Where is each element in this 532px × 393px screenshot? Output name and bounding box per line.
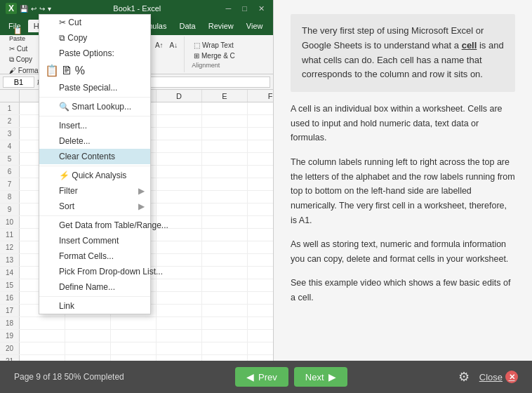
ctx-link[interactable]: Link xyxy=(39,298,150,314)
cell-21-0[interactable] xyxy=(20,355,65,361)
cell-1-4[interactable] xyxy=(202,102,248,114)
cell-1-3[interactable] xyxy=(157,102,202,114)
cell-10-5[interactable] xyxy=(248,216,273,228)
cell-16-4[interactable] xyxy=(202,292,248,304)
increase-font-btn[interactable]: A↑ xyxy=(153,41,166,50)
col-header-D[interactable]: D xyxy=(157,90,202,102)
cell-16-5[interactable] xyxy=(248,292,273,304)
cell-8-5[interactable] xyxy=(248,191,273,203)
ctx-quick-analysis[interactable]: ⚡ Quick Analysis xyxy=(39,168,150,183)
ctx-delete[interactable]: Delete... xyxy=(39,133,150,149)
cell-19-1[interactable] xyxy=(65,330,111,342)
cell-7-5[interactable] xyxy=(248,178,273,190)
merge-btn[interactable]: ⊞ Merge & C xyxy=(192,51,237,60)
cell-4-4[interactable] xyxy=(202,140,248,152)
undo-quick-btn[interactable]: ↩ xyxy=(31,5,36,13)
cell-12-5[interactable] xyxy=(248,241,273,253)
corner-cell[interactable] xyxy=(0,90,20,102)
cell-20-2[interactable] xyxy=(111,342,157,354)
customize-quick-btn[interactable]: ▾ xyxy=(48,5,51,13)
ctx-insert-comment[interactable]: Insert Comment xyxy=(39,233,150,248)
col-header-F[interactable]: F xyxy=(248,90,273,102)
cell-21-1[interactable] xyxy=(65,355,111,361)
cell-2-4[interactable] xyxy=(202,115,248,127)
cell-19-5[interactable] xyxy=(248,330,273,342)
cell-15-3[interactable] xyxy=(157,279,202,291)
cell-15-4[interactable] xyxy=(202,279,248,291)
cell-6-4[interactable] xyxy=(202,166,248,178)
ctx-cut[interactable]: ✂ Cut xyxy=(39,15,150,30)
col-header-E[interactable]: E xyxy=(202,90,248,102)
cell-5-5[interactable] xyxy=(248,153,273,165)
cell-19-4[interactable] xyxy=(202,330,248,342)
cell-2-3[interactable] xyxy=(157,115,202,127)
cell-11-3[interactable] xyxy=(157,229,202,241)
cell-7-3[interactable] xyxy=(157,178,202,190)
ctx-sort[interactable]: Sort ▶ xyxy=(39,199,150,214)
ctx-format-cells[interactable]: Format Cells... xyxy=(39,248,150,264)
ctx-get-data[interactable]: Get Data from Table/Range... xyxy=(39,218,150,233)
cell-3-4[interactable] xyxy=(202,128,248,140)
cell-21-3[interactable] xyxy=(157,355,202,361)
tab-view[interactable]: View xyxy=(241,20,269,32)
cell-9-3[interactable] xyxy=(157,204,202,215)
cell-4-3[interactable] xyxy=(157,140,202,152)
close-win-btn[interactable]: ✕ xyxy=(255,4,267,13)
share-button[interactable]: ⚙ xyxy=(458,369,470,385)
tab-data[interactable]: Data xyxy=(173,20,201,32)
cell-15-5[interactable] xyxy=(248,279,273,291)
close-button[interactable]: Close ✕ xyxy=(479,371,518,383)
restore-btn[interactable]: □ xyxy=(239,4,250,13)
minimize-btn[interactable]: ─ xyxy=(223,4,234,13)
cell-11-4[interactable] xyxy=(202,229,248,241)
cell-19-2[interactable] xyxy=(111,330,157,342)
cell-11-5[interactable] xyxy=(248,229,273,241)
save-quick-btn[interactable]: 💾 xyxy=(20,5,28,13)
cell-6-3[interactable] xyxy=(157,166,202,178)
cell-19-0[interactable] xyxy=(20,330,65,342)
cell-18-2[interactable] xyxy=(111,317,157,329)
cell-17-4[interactable] xyxy=(202,305,248,317)
cell-19-3[interactable] xyxy=(157,330,202,342)
cell-20-1[interactable] xyxy=(65,342,111,354)
ctx-filter[interactable]: Filter ▶ xyxy=(39,183,150,199)
cell-21-5[interactable] xyxy=(248,355,273,361)
cell-9-4[interactable] xyxy=(202,204,248,215)
next-button[interactable]: Next ▶ xyxy=(294,367,347,387)
tab-review[interactable]: Review xyxy=(203,20,239,32)
cut-btn[interactable]: ✂ Cut xyxy=(7,44,29,53)
cell-reference-input[interactable] xyxy=(3,76,34,88)
cell-20-3[interactable] xyxy=(157,342,202,354)
cell-18-1[interactable] xyxy=(65,317,111,329)
cell-21-2[interactable] xyxy=(111,355,157,361)
cell-12-4[interactable] xyxy=(202,241,248,253)
cell-21-4[interactable] xyxy=(202,355,248,361)
cell-18-4[interactable] xyxy=(202,317,248,329)
cell-4-5[interactable] xyxy=(248,140,273,152)
wrap-text-btn[interactable]: ⬚ Wrap Text xyxy=(192,41,235,50)
tab-help[interactable]: Help xyxy=(270,20,274,32)
ctx-insert[interactable]: Insert... xyxy=(39,118,150,133)
ctx-define-name[interactable]: Define Name... xyxy=(39,279,150,295)
cell-20-4[interactable] xyxy=(202,342,248,354)
ctx-smart-lookup[interactable]: 🔍 Smart Lookup... xyxy=(39,99,150,114)
ctx-pick-dropdown[interactable]: Pick From Drop-down List... xyxy=(39,264,150,279)
paste-btn[interactable]: 📋Paste xyxy=(7,26,27,43)
cell-13-4[interactable] xyxy=(202,254,248,266)
cell-12-3[interactable] xyxy=(157,241,202,253)
cell-9-5[interactable] xyxy=(248,204,273,215)
cell-3-3[interactable] xyxy=(157,128,202,140)
redo-quick-btn[interactable]: ↪ xyxy=(39,5,45,13)
ctx-paste-special[interactable]: Paste Special... xyxy=(39,80,150,95)
cell-5-3[interactable] xyxy=(157,153,202,165)
prev-button[interactable]: ◀ Prev xyxy=(235,367,288,387)
cell-6-5[interactable] xyxy=(248,166,273,178)
cell-2-5[interactable] xyxy=(248,115,273,127)
cell-17-5[interactable] xyxy=(248,305,273,317)
decrease-font-btn[interactable]: A↓ xyxy=(168,41,180,50)
cell-13-3[interactable] xyxy=(157,254,202,266)
cell-16-3[interactable] xyxy=(157,292,202,304)
ctx-clear-contents[interactable]: Clear Contents xyxy=(39,149,150,164)
cell-13-5[interactable] xyxy=(248,254,273,266)
cell-18-0[interactable] xyxy=(20,317,65,329)
